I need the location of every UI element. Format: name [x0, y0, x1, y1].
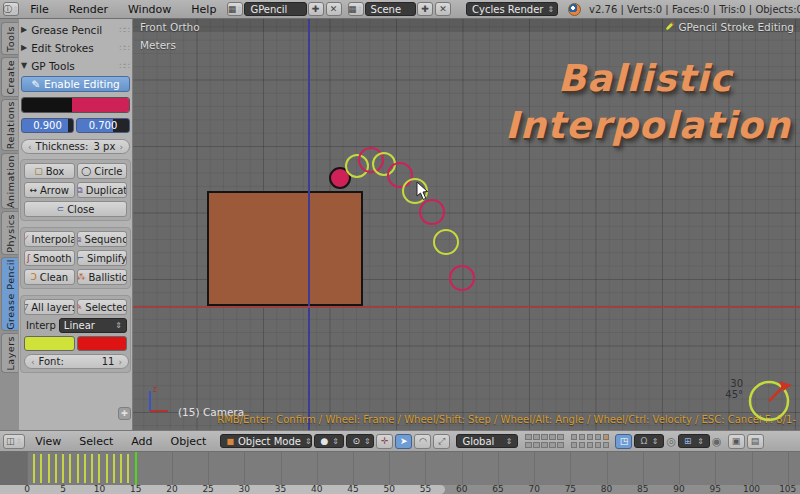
scene-browse-button[interactable]: ▦ ⇕	[348, 2, 364, 16]
ghost-color-red-swatch[interactable]	[77, 336, 128, 351]
screen-layout-browse-button[interactable]: ▦ ⇕	[227, 2, 243, 16]
menu-view[interactable]: View	[27, 435, 69, 448]
keyframe-marker[interactable]	[69, 454, 71, 483]
keyframe-marker[interactable]	[91, 454, 93, 483]
interp-dropdown[interactable]: Linear ⇕	[59, 318, 127, 333]
keyframe-marker[interactable]	[33, 454, 35, 483]
circle-button[interactable]: ◯Circle	[77, 163, 128, 179]
timeline-scrollbar-handle[interactable]	[0, 485, 445, 494]
tab-relations[interactable]: Relations	[1, 99, 18, 151]
tab-layers[interactable]: Layers	[1, 333, 18, 373]
menu-object[interactable]: Object	[163, 435, 215, 448]
panel-grip-icon[interactable]: ∷∷	[120, 43, 131, 53]
keyframe-marker[interactable]	[127, 454, 129, 483]
layer-toggle-cell[interactable]	[533, 434, 540, 441]
timeline-editor[interactable]: 0510152025303540455055606570758085909510…	[0, 452, 800, 494]
proportional-edit-icon[interactable]: ◎	[666, 435, 676, 448]
layer-toggle-cell[interactable]	[533, 442, 540, 449]
pivot-point-dropdown[interactable]: ⊙ ⇕	[346, 434, 374, 448]
menu-render[interactable]: Render	[59, 3, 118, 16]
timeline-current-frame-marker[interactable]	[135, 452, 138, 485]
layer-toggle-cell[interactable]	[579, 442, 586, 449]
selected-button[interactable]: ✎Selected	[77, 299, 128, 315]
layers-widget[interactable]	[525, 434, 609, 449]
layer-toggle-cell[interactable]	[525, 434, 532, 441]
gp-circle-crimson[interactable]	[449, 265, 475, 291]
layer-toggle-cell[interactable]	[549, 434, 556, 441]
manipulator-rotate-button[interactable]: ◠	[414, 434, 431, 449]
duplicate-button[interactable]: ⧉Duplicat	[77, 182, 128, 198]
layer-toggle-cell[interactable]	[603, 442, 610, 449]
gp-circle-green[interactable]	[433, 229, 459, 255]
strength-slider[interactable]: 0.700	[76, 118, 130, 133]
keyframe-marker[interactable]	[55, 454, 57, 483]
enable-editing-button[interactable]: ✎ Enable Editing	[21, 76, 130, 92]
keyframe-marker[interactable]	[120, 454, 122, 483]
keyframe-marker[interactable]	[113, 454, 115, 483]
box-button[interactable]: ▢Box	[24, 163, 75, 179]
ballistic-button[interactable]: ⁂Ballistic	[77, 269, 128, 285]
stepper-right-icon[interactable]: ›	[119, 142, 123, 152]
menu-help[interactable]: Help	[181, 3, 226, 16]
layer-toggle-cell[interactable]	[595, 434, 602, 441]
snap-mode-dropdown[interactable]: Ω ⇕	[634, 434, 664, 448]
tab-create[interactable]: Create	[1, 57, 18, 97]
opacity-slider[interactable]: 0.900	[21, 118, 74, 133]
mode-dropdown[interactable]: ■ Object Mode ⇕	[220, 434, 312, 448]
all-layers-button[interactable]: ▽All layers	[24, 299, 75, 315]
keyframe-marker[interactable]	[84, 454, 86, 483]
editor-type-info-button[interactable]: ⓘ ⇕	[3, 2, 19, 16]
add-scene-button[interactable]: ✚	[417, 2, 433, 16]
sequence-button[interactable]: ⧈Sequenc	[77, 231, 128, 247]
tab-tools[interactable]: Tools	[1, 22, 18, 55]
panel-header-grease-pencil[interactable]: ▶ Grease Pencil ∷∷	[21, 22, 131, 37]
keyframe-marker[interactable]	[48, 454, 50, 483]
panel-header-gp-tools[interactable]: ▼ GP Tools ∷∷	[21, 58, 131, 73]
viewport-shading-dropdown[interactable]: ● ⇕	[314, 434, 344, 448]
layer-toggle-cell[interactable]	[571, 434, 578, 441]
manipulator-toggle-button[interactable]: ✛	[376, 434, 393, 449]
layer-toggle-cell[interactable]	[603, 434, 610, 441]
add-layout-button[interactable]: ✚	[308, 2, 324, 16]
gp-rectangle-drawing[interactable]	[207, 191, 363, 306]
delete-scene-button[interactable]: ✕	[435, 2, 451, 16]
keyframe-marker[interactable]	[77, 454, 79, 483]
layer-toggle-cell[interactable]	[557, 434, 564, 441]
layer-toggle-cell[interactable]	[571, 442, 578, 449]
interpolate-button[interactable]: ⟋Interpola	[24, 231, 75, 247]
layer-toggle-cell[interactable]	[549, 442, 556, 449]
orientation-dropdown[interactable]: Global ⇕	[456, 434, 518, 448]
layer-toggle-cell[interactable]	[579, 434, 586, 441]
thickness-slider[interactable]: ‹ Thickness: 3 px ›	[21, 139, 130, 154]
screen-layout-field[interactable]: GPencil	[244, 2, 306, 16]
tab-grease-pencil[interactable]: Grease Pencil	[1, 257, 18, 331]
stepper-right-icon[interactable]: ›	[118, 357, 122, 367]
menu-window[interactable]: Window	[118, 3, 181, 16]
keyframe-marker[interactable]	[40, 454, 42, 483]
panel-grip-icon[interactable]: ∷∷	[120, 61, 131, 71]
stroke-fill-crimson[interactable]	[72, 98, 129, 112]
keyframe-marker[interactable]	[106, 454, 108, 483]
stroke-color-black[interactable]	[22, 98, 72, 112]
scene-field[interactable]: Scene	[365, 2, 417, 16]
keyframe-marker[interactable]	[62, 454, 64, 483]
manipulator-translate-button[interactable]: ➤	[395, 434, 412, 449]
stroke-color-bar[interactable]	[21, 97, 130, 113]
add-panel-button[interactable]: ✚	[118, 407, 131, 420]
clean-button[interactable]: ƆClean	[24, 269, 75, 285]
tab-animation[interactable]: Animation	[1, 153, 18, 209]
font-size-slider[interactable]: ‹ Font: 11 ›	[24, 354, 129, 369]
layer-toggle-cell[interactable]	[541, 442, 548, 449]
manipulator-scale-button[interactable]: ⤢	[433, 434, 450, 449]
close-stroke-button[interactable]: ⊂Close	[24, 201, 127, 217]
viewport-3d[interactable]: Front Ortho Meters GPencil Stroke Editin…	[133, 19, 800, 430]
menu-file[interactable]: File	[20, 3, 58, 16]
lock-to-object-button[interactable]: ◳	[615, 434, 632, 449]
opengl-render-anim-button[interactable]: ▤	[747, 434, 764, 449]
simplify-button[interactable]: ⌐Simplify	[77, 250, 128, 266]
layer-toggle-cell[interactable]	[525, 442, 532, 449]
opengl-render-image-button[interactable]: ▣	[728, 434, 745, 449]
ghost-color-green-swatch[interactable]	[24, 336, 75, 351]
layer-toggle-cell[interactable]	[587, 442, 594, 449]
snap-element-dropdown[interactable]: ⊞ ⇕	[678, 434, 710, 448]
